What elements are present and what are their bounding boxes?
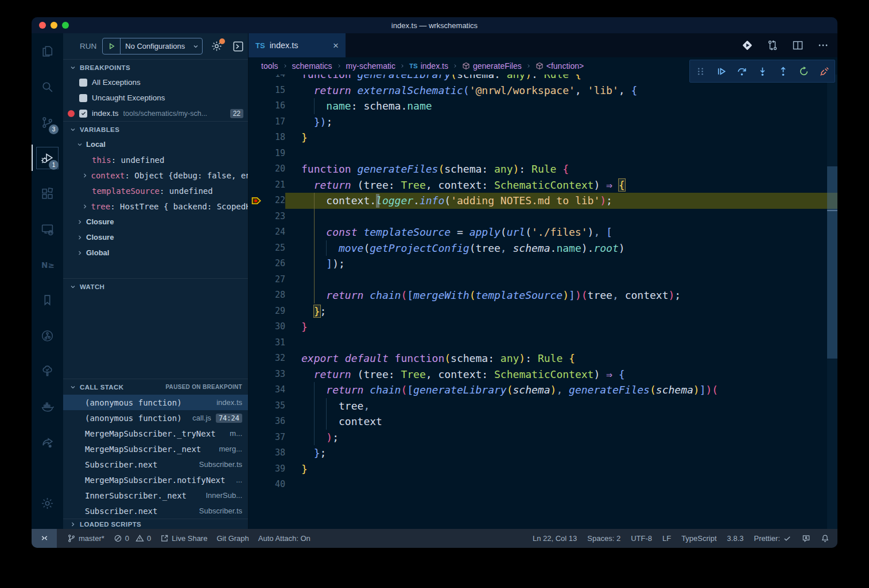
code-line-38[interactable]: 38 }; xyxy=(249,445,837,461)
code-line-20[interactable]: 20function generateFiles(schema: any): R… xyxy=(249,161,837,177)
activity-item-extensions[interactable] xyxy=(32,176,63,211)
breakpoint-row[interactable]: All Exceptions xyxy=(63,75,248,90)
loaded-scripts-section-header[interactable]: LOADED SCRIPTS xyxy=(63,519,248,529)
breakpoint-gutter[interactable] xyxy=(249,193,266,209)
activity-item-docker[interactable] xyxy=(32,389,63,425)
breakpoint-gutter[interactable] xyxy=(249,83,266,99)
step-over-button[interactable] xyxy=(734,64,749,79)
breadcrumb-item-4[interactable]: TSindex.ts xyxy=(409,61,448,71)
breakpoint-gutter[interactable] xyxy=(249,477,266,493)
code-line-33[interactable]: 33 return (tree: Tree, context: Schemati… xyxy=(249,367,837,383)
activity-item-explorer[interactable] xyxy=(32,33,63,69)
call-stack-section-header[interactable]: CALL STACK PAUSED ON BREAKPOINT xyxy=(63,379,248,395)
encoding-status[interactable]: UTF-8 xyxy=(631,534,652,543)
step-into-button[interactable] xyxy=(755,64,770,79)
code-line-31[interactable]: 31 xyxy=(249,335,837,351)
code-line-21[interactable]: 21 return (tree: Tree, context: Schemati… xyxy=(249,177,837,193)
code-line-34[interactable]: 34 return chain([generateLibrary(schema)… xyxy=(249,382,837,398)
breadcrumb-item-2[interactable]: schematics xyxy=(292,61,332,71)
problems-status[interactable]: 0 0 xyxy=(114,534,151,543)
activity-item-run-and-debug[interactable]: 1 xyxy=(32,140,63,176)
eol-status[interactable]: LF xyxy=(662,534,671,543)
activity-item-todo-tree[interactable] xyxy=(32,353,63,389)
live-share-status[interactable]: Live Share xyxy=(160,534,207,543)
code-line-19[interactable]: 19 xyxy=(249,146,837,162)
code-line-28[interactable]: 28 return chain([mergeWith(templateSourc… xyxy=(249,287,837,303)
breakpoint-gutter[interactable] xyxy=(249,209,266,225)
breakpoint-row[interactable]: Uncaught Exceptions xyxy=(63,90,248,106)
maximize-window-button[interactable] xyxy=(62,22,69,29)
activity-item-search[interactable] xyxy=(32,69,63,104)
breakpoint-gutter[interactable] xyxy=(249,272,266,288)
code-line-24[interactable]: 24 const templateSource = apply(url('./f… xyxy=(249,224,837,240)
code-line-32[interactable]: 32export default function(schema: any): … xyxy=(249,351,837,367)
breakpoint-gutter[interactable] xyxy=(249,461,266,477)
stack-frame-row[interactable]: (anonymous function)index.ts xyxy=(63,395,248,410)
variable-row[interactable]: tree: HostTree {_backend: ScopedH… xyxy=(63,198,248,214)
breakpoint-row[interactable]: index.tstools/schematics/my-sch...22 xyxy=(63,106,248,121)
code-line-16[interactable]: 16 name: schema.name xyxy=(249,98,837,114)
watch-section-header[interactable]: WATCH xyxy=(63,278,248,294)
close-window-button[interactable] xyxy=(39,22,46,29)
breakpoint-checkbox[interactable] xyxy=(79,94,87,102)
breakpoint-gutter[interactable] xyxy=(249,224,266,240)
configure-gear-button[interactable] xyxy=(211,40,223,52)
auto-attach-status[interactable]: Auto Attach: On xyxy=(258,534,311,543)
breakpoint-gutter[interactable] xyxy=(249,351,266,367)
code-line-35[interactable]: 35 tree, xyxy=(249,398,837,414)
drag-handle-button[interactable] xyxy=(693,64,708,79)
variable-row[interactable]: context: Object {debug: false, en… xyxy=(63,168,248,183)
code-line-29[interactable]: 29 }; xyxy=(249,303,837,320)
scrollbar-thumb[interactable] xyxy=(827,166,837,359)
language-mode-status[interactable]: TypeScript xyxy=(681,534,716,543)
breakpoint-gutter[interactable] xyxy=(249,75,266,83)
breakpoint-gutter[interactable] xyxy=(249,335,266,351)
activity-item-settings[interactable] xyxy=(32,485,63,521)
breakpoint-gutter[interactable] xyxy=(249,98,266,114)
breakpoint-gutter[interactable] xyxy=(249,367,266,383)
variable-row[interactable]: templateSource: undefined xyxy=(63,183,248,198)
code-editor[interactable]: 14function generateLibrary(schema: any):… xyxy=(249,75,837,529)
activity-item-live-share[interactable] xyxy=(32,425,63,460)
code-line-37[interactable]: 37 ); xyxy=(249,430,837,446)
code-line-18[interactable]: 18} xyxy=(249,130,837,146)
restart-button[interactable] xyxy=(796,64,811,79)
breakpoint-gutter[interactable] xyxy=(249,382,266,398)
stack-frame-row[interactable]: Subscriber.nextSubscriber.ts xyxy=(63,457,248,472)
step-out-button[interactable] xyxy=(775,64,790,79)
scope-row[interactable]: Global xyxy=(63,245,248,260)
breakpoint-gutter[interactable] xyxy=(249,240,266,256)
typescript-version-status[interactable]: 3.8.3 xyxy=(727,534,744,543)
code-line-26[interactable]: 26 ]); xyxy=(249,256,837,272)
breakpoint-gutter[interactable] xyxy=(249,287,266,303)
breakpoint-gutter[interactable] xyxy=(249,319,266,335)
close-tab-icon[interactable]: × xyxy=(333,41,339,50)
git-branch-status[interactable]: master* xyxy=(67,534,104,543)
cursor-position-status[interactable]: Ln 22, Col 13 xyxy=(533,534,577,543)
more-actions-button[interactable] xyxy=(817,39,829,52)
code-line-27[interactable]: 27 xyxy=(249,272,837,288)
code-line-36[interactable]: 36 context xyxy=(249,414,837,430)
code-line-15[interactable]: 15 return externalSchematic('@nrwl/works… xyxy=(249,83,837,99)
variables-section-header[interactable]: VARIABLES xyxy=(63,121,248,137)
stack-frame-row[interactable]: MergeMapSubscriber._nextmerg... xyxy=(63,441,248,457)
breakpoint-gutter[interactable] xyxy=(249,398,266,414)
breakpoint-gutter[interactable] xyxy=(249,146,266,162)
activity-item-git-history[interactable] xyxy=(32,318,63,353)
git-graph-status[interactable]: Git Graph xyxy=(216,534,249,543)
breakpoint-checkbox[interactable] xyxy=(79,110,87,118)
breakpoint-gutter[interactable] xyxy=(249,177,266,193)
stack-frame-row[interactable]: InnerSubscriber._nextInnerSub... xyxy=(63,488,248,503)
stack-frame-row[interactable]: MergeMapSubscriber.notifyNext... xyxy=(63,472,248,488)
activity-item-nx-console[interactable]: N≥ xyxy=(32,247,63,282)
stack-frame-row[interactable]: MergeMapSubscriber._tryNextm... xyxy=(63,426,248,441)
code-line-30[interactable]: 30} xyxy=(249,319,837,335)
tab-index-ts[interactable]: TS index.ts × xyxy=(249,33,346,57)
run-file-button[interactable] xyxy=(741,39,754,52)
code-line-40[interactable]: 40 xyxy=(249,477,837,493)
activity-item-remote-explorer[interactable] xyxy=(32,211,63,247)
scope-row[interactable]: Local xyxy=(63,137,248,152)
breakpoint-gutter[interactable] xyxy=(249,445,266,461)
open-changes-button[interactable] xyxy=(766,39,779,52)
feedback-button[interactable] xyxy=(802,534,810,543)
